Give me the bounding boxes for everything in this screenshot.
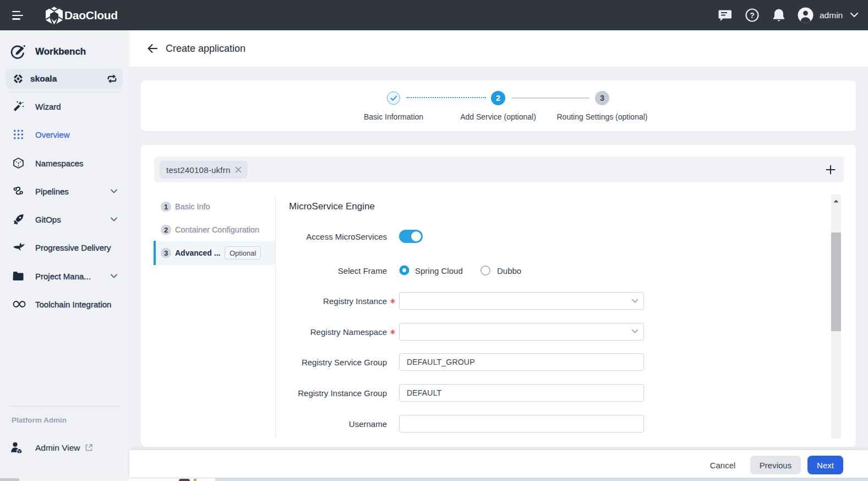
svg-text:?: ? <box>750 11 755 20</box>
